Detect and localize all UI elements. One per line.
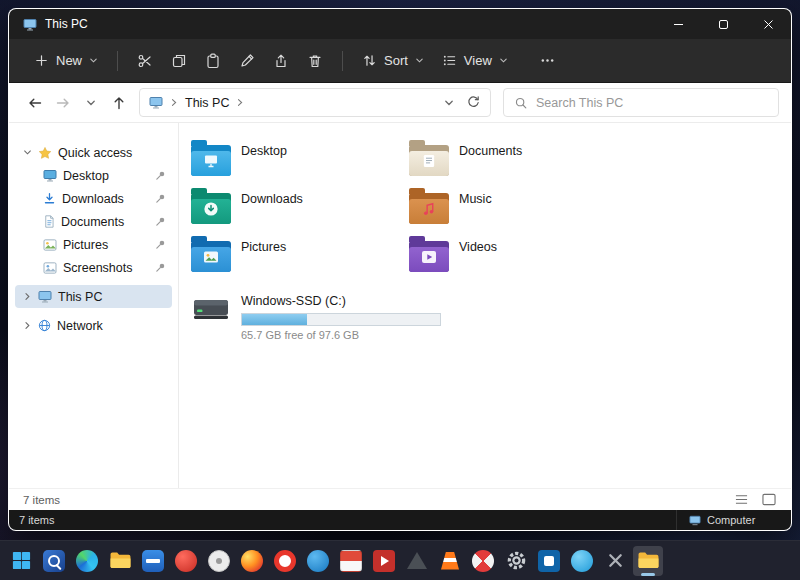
titlebar[interactable]: This PC <box>9 9 791 39</box>
drive-capacity-text: 65.7 GB free of 97.6 GB <box>241 329 441 341</box>
videos-folder-icon <box>409 235 449 272</box>
sidebar-item-downloads[interactable]: Downloads <box>15 187 172 210</box>
more-options-button[interactable] <box>531 46 564 75</box>
sidebar-item-label: Network <box>57 319 103 333</box>
search-input[interactable] <box>536 96 768 110</box>
window-controls <box>656 9 791 39</box>
sidebar-item-quick-access[interactable]: Quick access <box>15 141 172 164</box>
trash-icon <box>307 53 323 69</box>
folder-tile-videos[interactable]: Videos <box>409 235 627 283</box>
rename-icon <box>239 53 255 69</box>
status-bar: 7 items <box>9 488 791 510</box>
sidebar: Quick access Desktop Downloads Documents… <box>9 123 179 488</box>
delete-button[interactable] <box>298 46 332 76</box>
recent-locations-button[interactable] <box>77 89 105 117</box>
computer-icon <box>38 290 52 303</box>
forward-button[interactable] <box>49 89 77 117</box>
taskbar-app-red-square-icon[interactable] <box>369 546 399 576</box>
sidebar-item-pictures[interactable]: Pictures <box>15 233 172 256</box>
up-button[interactable] <box>105 89 133 117</box>
maximize-button[interactable] <box>701 9 746 39</box>
folder-tile-documents[interactable]: Documents <box>409 139 627 187</box>
taskbar-firefox-icon[interactable] <box>237 546 267 576</box>
chevron-right-icon[interactable] <box>23 292 32 301</box>
paste-button[interactable] <box>196 46 230 76</box>
sidebar-item-desktop[interactable]: Desktop <box>15 164 172 187</box>
view-button[interactable]: View <box>433 46 517 75</box>
taskbar-settings-icon[interactable] <box>501 546 531 576</box>
taskbar-search-icon[interactable] <box>39 546 69 576</box>
close-button[interactable] <box>746 9 791 39</box>
taskbar-file-explorer-icon[interactable] <box>105 546 135 576</box>
downloads-folder-icon <box>191 187 231 224</box>
taskbar-app-sky-icon[interactable] <box>567 546 597 576</box>
file-explorer-window: This PC New <box>8 8 792 531</box>
sidebar-item-this-pc[interactable]: This PC <box>15 285 172 308</box>
plus-icon <box>34 53 49 68</box>
search-icon <box>514 96 528 110</box>
minimize-button[interactable] <box>656 9 701 39</box>
start-button[interactable] <box>6 546 36 576</box>
taskbar-app-red-white-icon[interactable] <box>336 546 366 576</box>
pictures-icon <box>43 239 57 251</box>
download-icon <box>43 192 56 205</box>
thumbnail-view-button[interactable] <box>761 493 777 506</box>
pin-icon <box>155 193 166 204</box>
taskbar-app-blue-icon[interactable] <box>138 546 168 576</box>
taskbar-app-red-icon[interactable] <box>171 546 201 576</box>
view-button-label: View <box>464 53 492 68</box>
refresh-button[interactable] <box>466 95 481 110</box>
cut-button[interactable] <box>128 46 162 76</box>
breadcrumb-location[interactable]: This PC <box>185 96 229 110</box>
chevron-right-icon[interactable] <box>23 321 32 330</box>
taskbar-file-explorer-active-icon[interactable] <box>633 546 663 576</box>
taskbar-app-blue-round-icon[interactable] <box>303 546 333 576</box>
drive-tile-windows-ssd[interactable]: Windows-SSD (C:) 65.7 GB free of 97.6 GB <box>191 291 791 341</box>
ellipsis-icon <box>540 53 555 68</box>
taskbar-app-dark-icon[interactable] <box>402 546 432 576</box>
chevron-right-icon <box>170 98 178 107</box>
taskbar-app-blue-square-icon[interactable] <box>534 546 564 576</box>
taskbar-app-light-icon[interactable] <box>204 546 234 576</box>
copy-button[interactable] <box>162 46 196 76</box>
back-button[interactable] <box>21 89 49 117</box>
sidebar-item-label: Documents <box>61 215 124 229</box>
computer-icon <box>149 96 163 109</box>
sidebar-item-documents[interactable]: Documents <box>15 210 172 233</box>
address-bar[interactable]: This PC <box>139 88 491 117</box>
folder-tile-music[interactable]: Music <box>409 187 627 235</box>
chevron-down-icon[interactable] <box>23 148 32 157</box>
taskbar-vlc-icon[interactable] <box>435 546 465 576</box>
rename-button[interactable] <box>230 46 264 76</box>
folder-name: Downloads <box>241 192 303 235</box>
sidebar-item-network[interactable]: Network <box>15 314 172 337</box>
sort-button[interactable]: Sort <box>353 46 433 75</box>
chevron-down-icon <box>499 56 508 65</box>
share-button[interactable] <box>264 46 298 76</box>
sidebar-item-screenshots[interactable]: Screenshots <box>15 256 172 279</box>
classic-status-bar: 7 items Computer <box>9 510 791 530</box>
sidebar-item-label: Pictures <box>63 238 108 252</box>
folder-tile-downloads[interactable]: Downloads <box>191 187 409 235</box>
folder-name: Music <box>459 192 492 235</box>
drive-usage-fill <box>242 314 307 325</box>
details-view-button[interactable] <box>734 493 749 506</box>
new-button[interactable]: New <box>25 46 107 75</box>
pin-icon <box>155 239 166 250</box>
folder-tile-pictures[interactable]: Pictures <box>191 235 409 283</box>
taskbar-browser-icon[interactable] <box>72 546 102 576</box>
folder-tile-desktop[interactable]: Desktop <box>191 139 409 187</box>
file-list-area[interactable]: Desktop Documents Downloads <box>179 123 791 488</box>
taskbar-opera-icon[interactable] <box>270 546 300 576</box>
taskbar-pinwheel-icon[interactable] <box>468 546 498 576</box>
drive-usage-bar <box>241 313 441 326</box>
taskbar-close-tool-icon[interactable] <box>600 546 630 576</box>
screenshots-icon <box>43 262 57 274</box>
window-title: This PC <box>45 17 88 31</box>
chevron-right-icon <box>236 98 244 107</box>
search-box[interactable] <box>503 88 779 117</box>
drive-name: Windows-SSD (C:) <box>241 294 346 308</box>
address-dropdown-button[interactable] <box>444 98 454 108</box>
pictures-folder-icon <box>191 235 231 272</box>
pin-icon <box>155 170 166 181</box>
